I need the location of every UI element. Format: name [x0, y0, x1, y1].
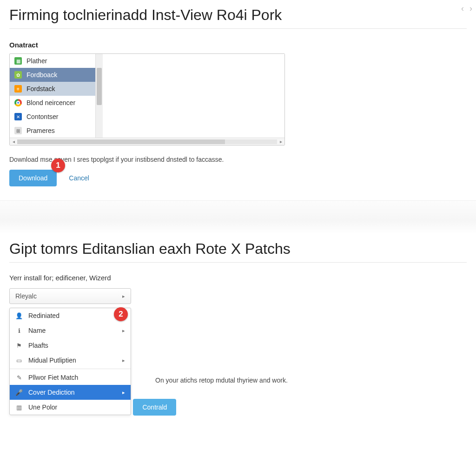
options-context-menu[interactable]: 2 👤RediniatedℹName▸⚑Plaafts▭Midual Putli…	[9, 308, 131, 415]
subheading-onatract: Onatract	[9, 41, 467, 49]
blue-icon: ✕	[14, 113, 22, 120]
menu-item-plaafts[interactable]: ⚑Plaafts	[10, 338, 131, 353]
listbox-item-label: Fordstack	[26, 85, 55, 93]
step-badge-2: 2	[114, 307, 128, 321]
nav-forward-icon[interactable]: ›	[469, 4, 472, 13]
menu-item-label: Name	[28, 327, 46, 334]
menu-item-pllwor-fiet-match[interactable]: ✎Pllwor Fiet Match	[10, 370, 131, 385]
listbox-item-label: Fordboack	[26, 71, 57, 79]
menu-item-label: Pllwor Fiet Match	[28, 374, 78, 381]
green-icon: ▦	[14, 57, 22, 65]
listbox-item-0[interactable]: ▦Plather	[10, 54, 95, 68]
download-button[interactable]: Download	[9, 170, 57, 186]
menu-item-cover-dediction[interactable]: 🎤Cover Dediction▸	[10, 385, 131, 400]
menu-item-label: Rediniated	[28, 312, 60, 319]
menu-item-label: Midual Putliptien	[28, 357, 76, 364]
listbox-item-label: Blond neircencer	[26, 99, 75, 106]
contrald-button[interactable]: Contrald	[133, 399, 176, 416]
menu-item-label: Une Polor	[28, 403, 57, 411]
menu-item-midual-putliptien[interactable]: ▭Midual Putliptien▸	[10, 353, 131, 368]
install-wizard-label: Yerr install for; edificener, Wizerd	[9, 274, 467, 282]
listbox-vscrollbar[interactable]	[95, 54, 103, 138]
menu-item-label: Plaafts	[28, 342, 48, 349]
listbox-item-label: Plather	[26, 57, 47, 65]
section-firming: Firming toclnierinadd Inst-View Ro4i Por…	[0, 0, 476, 186]
flag-icon: ⚑	[15, 342, 23, 349]
mic-icon: 🎤	[15, 389, 23, 396]
doc-icon: ▭	[15, 357, 23, 364]
submenu-arrow-icon: ▸	[122, 390, 125, 396]
info-icon: ℹ	[15, 327, 23, 334]
cancel-button[interactable]: Cancel	[67, 170, 91, 186]
menu-item-une-polor[interactable]: ▥Une Polor	[10, 400, 131, 415]
dropdown-value: Rleyalc	[15, 292, 37, 300]
listbox-item-label: Contontser	[26, 113, 58, 120]
listbox-item-5[interactable]: ⊞Prameres	[10, 124, 95, 138]
listbox-item-3[interactable]: Blond neircencer	[10, 96, 95, 110]
menu-item-name[interactable]: ℹName▸	[10, 323, 131, 338]
download-helper-text: Download mse seven I sres tpoplgst if yo…	[9, 156, 467, 163]
onatract-listbox[interactable]: ▦Plather✿Fordboack≡FordstackBlond neirce…	[9, 53, 285, 145]
page-title-1: Firming toclnierinadd Inst-View Ro4i Por…	[9, 0, 467, 29]
bars-icon: ▥	[15, 403, 23, 411]
submenu-arrow-icon: ▸	[122, 328, 125, 334]
grid-icon: ⊞	[14, 127, 22, 134]
nav-back-icon[interactable]: ‹	[461, 4, 464, 13]
menu-item-rediniated[interactable]: 👤Rediniated	[10, 308, 131, 323]
step-badge-1: 1	[51, 159, 65, 172]
chrome-icon	[14, 99, 22, 106]
listbox-item-2[interactable]: ≡Fordstack	[10, 82, 95, 96]
tree-icon: ✿	[14, 71, 22, 79]
section-gipt: Gipt tomrs Editanslian eaxh Rote X Patch…	[0, 234, 476, 416]
listbox-item-1[interactable]: ✿Fordboack	[10, 68, 95, 82]
listbox-item-label: Prameres	[26, 127, 55, 134]
listbox-item-4[interactable]: ✕Contontser	[10, 110, 95, 124]
listbox-hscrollbar[interactable]: ◂ ▸	[10, 138, 284, 145]
submenu-arrow-icon: ▸	[122, 357, 125, 364]
cover-dediction-note: On your atichs retop mdutal thyriew and …	[155, 377, 288, 384]
rleyalc-dropdown[interactable]: Rleyalc ▸	[9, 288, 131, 304]
chevron-down-icon: ▸	[122, 293, 125, 299]
page-title-2: Gipt tomrs Editanslian eaxh Rote X Patch…	[9, 234, 467, 263]
person-icon: 👤	[15, 312, 23, 319]
wand-icon: ✎	[15, 374, 23, 381]
brief-icon: ≡	[14, 85, 22, 93]
listbox-detail-pane	[103, 54, 284, 138]
menu-separator	[10, 369, 131, 369]
menu-item-label: Cover Dediction	[28, 389, 75, 396]
